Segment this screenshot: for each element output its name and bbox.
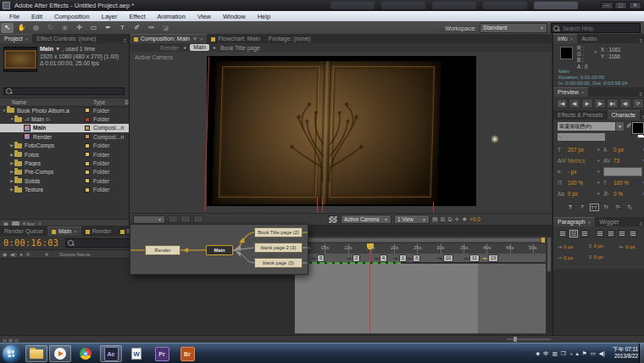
timeline-vertical-scrollbar[interactable] [547,236,552,333]
font-family-dropdown[interactable]: 華康海報體(P) [558,122,615,131]
table-row[interactable]: ▼ Book Photo Album.aep Folder [0,106,129,114]
label-color-swatch[interactable] [85,134,90,139]
menu-help[interactable]: Help [252,13,276,20]
chevron-down-icon[interactable]: ▼ [616,122,624,131]
indent-left-field[interactable]: ⇥0 px [558,243,573,249]
small-caps-button[interactable]: Tt [602,204,611,211]
flowchart-button-icon[interactable]: ✛ [455,215,460,223]
menu-edit[interactable]: Edit [25,13,48,20]
network-icon[interactable]: ▭ [591,350,596,357]
superscript-button[interactable]: T¹ [613,204,623,211]
faux-bold-button[interactable]: T [566,204,575,211]
help-search-box[interactable] [551,23,641,33]
breadcrumb-right-arrow-icon[interactable]: ► [213,45,217,50]
exposure-value[interactable]: +0.0 [469,216,480,222]
vertical-scale-value[interactable]: 100 % [568,180,597,186]
loop-button[interactable]: ⟳ [632,98,644,109]
menu-animation[interactable]: Animation [152,13,192,20]
anchor-point-sparkle-icon[interactable]: ✳ [491,134,498,145]
tab-footage[interactable]: Footage: (none) [264,35,315,43]
breadcrumb-next[interactable]: Book Title page [220,45,260,51]
mask-visibility-icon[interactable] [180,215,191,223]
stroke-style-dropdown[interactable]: - [558,133,605,141]
all-caps-button[interactable]: TT [590,204,599,211]
taskbar-clock[interactable]: 下午 07:11 2013/8/22 [613,346,638,360]
chevron-down-icon[interactable]: ▼ [192,35,197,43]
panel-menu-icon[interactable]: ≡ [120,38,129,43]
taskbar-after-effects[interactable]: Ae [100,345,122,362]
leading-value[interactable]: 0 px [613,147,642,153]
timeline-zoom-slider[interactable] [507,338,551,340]
pan-behind-tool-icon[interactable]: ✛ [73,23,86,33]
last-frame-button[interactable]: ▶| [607,98,619,109]
label-color-swatch[interactable] [85,178,90,183]
pen-tool-icon[interactable]: ✒ [102,23,114,33]
label-color-swatch[interactable] [85,152,90,157]
action-center-icon[interactable]: ⚑ [582,350,587,357]
fill-color-swatch[interactable] [632,122,644,134]
label-color-swatch[interactable] [85,161,90,166]
tab-flowchart[interactable]: Flowchart: Main [207,35,264,43]
transparency-grid-icon[interactable] [328,215,338,224]
zoom-tool-icon[interactable]: ◎ [30,23,42,33]
region-of-interest-icon[interactable] [193,215,203,223]
baseline-shift-value[interactable]: 0 px [568,191,597,197]
fast-preview-icon[interactable]: ⊞ [441,215,446,223]
camera-tool-icon[interactable]: ◉ [58,23,71,33]
justify-all-button[interactable] [629,230,637,237]
comp-marker[interactable]: ◄▶1 [392,254,407,262]
table-row[interactable]: ▶ Pre-Comps Folder [0,168,129,176]
work-area-bar[interactable] [296,237,546,243]
align-left-button[interactable] [558,230,567,237]
zoom-slider-handle[interactable] [514,337,517,342]
close-icon[interactable]: × [200,35,203,43]
first-line-indent-field[interactable]: ≡0 px [589,243,603,249]
column-type[interactable]: Type [93,99,105,105]
table-row[interactable]: ▶ Fotos Folder [0,150,129,159]
ime-indicator[interactable]: 中 [543,350,549,358]
tray-expand-icon[interactable]: ▴ [576,350,579,357]
justify-last-left-button[interactable] [596,230,604,237]
menu-layer[interactable]: Layer [96,13,124,20]
tab-preview[interactable]: Preview× [553,87,588,97]
tray-app-icon[interactable]: ◈ [536,350,540,357]
eyedropper-icon[interactable]: ✐ [626,122,632,130]
eraser-tool-icon[interactable]: ◪ [159,23,172,33]
faux-italic-button[interactable]: T [578,204,587,211]
tray-app-icon[interactable]: ❒ [561,350,566,357]
rotation-tool-icon[interactable]: ↻ [44,23,57,33]
tab-project[interactable]: Project × [0,34,32,43]
breadcrumb-current[interactable]: Main [190,44,209,51]
tray-app-icon[interactable]: ▥ [552,350,558,357]
menu-composition[interactable]: Composition [48,13,96,20]
flowchart-node-child[interactable]: blank page (3) [254,258,303,268]
chevron-down-icon[interactable]: ▼ [597,181,603,185]
first-frame-button[interactable]: |◀ [556,98,568,109]
comp-marker[interactable]: ◄▶3 [310,254,325,262]
volume-icon[interactable]: ◀) [599,350,605,357]
comp-marker[interactable]: ◄▶4 [373,254,387,262]
hand-tool-icon[interactable]: ✋ [15,23,28,33]
flowchart-node-child[interactable]: blank page 2 (3) [254,243,303,253]
current-timecode[interactable]: 0:00:16:03 [3,238,58,248]
comp-marker[interactable]: ◄▶2 [346,254,360,262]
flowchart-node-render[interactable]: Render [145,245,180,255]
table-row[interactable]: ▶ FotoComps Folder [0,142,129,150]
taskbar-word[interactable]: W [125,345,147,362]
stroke-width-value[interactable]: - px [568,169,597,175]
comp-marker[interactable]: ◄▶3 [406,254,420,262]
space-before-field[interactable]: ⇒0 px [558,254,573,260]
label-color-swatch[interactable] [85,117,90,122]
help-search-input[interactable] [561,25,637,32]
label-color-swatch[interactable] [85,108,90,113]
font-size-value[interactable]: 207 px [568,147,597,153]
brush-tool-icon[interactable]: ✐ [130,23,143,33]
selection-tool-icon[interactable]: ↖ [1,23,14,33]
label-color-swatch[interactable] [85,143,90,148]
3d-view-dropdown[interactable]: Active Camera ▼ [341,215,391,224]
audio-toggle-button[interactable]: ◀) [619,98,631,109]
work-area-end-handle[interactable] [541,237,545,243]
magnification-dropdown[interactable]: ▼ [133,215,165,224]
table-row[interactable]: ▶ Solids Folder [0,176,129,185]
taskbar-premiere[interactable]: Pr [151,345,173,362]
